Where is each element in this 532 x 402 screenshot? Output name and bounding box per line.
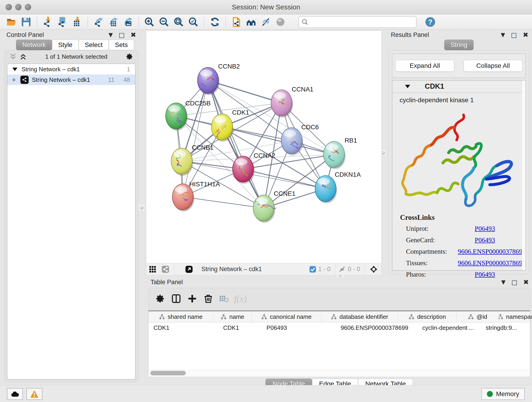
hidden-node-edge-counts: 0 - 0 [348,266,360,273]
network-row-selected[interactable]: String Network – cdk1 11 48 [7,75,135,85]
collection-expander-icon[interactable] [12,68,17,71]
home-pages-button[interactable] [244,16,259,28]
zoom-out-icon [159,17,169,27]
crosslink-label: Uniprot: [400,225,475,232]
crosslink-link[interactable]: 9606.ENSP00000378699 [458,248,526,255]
open-file-button[interactable] [4,16,19,28]
column-header[interactable]: canonical name [252,311,321,322]
split-columns-button[interactable] [168,291,184,307]
column-header[interactable]: @id [457,311,499,322]
search-input[interactable] [308,17,416,27]
zoom-selected-icon [188,17,199,27]
collapse-all-networks-icon[interactable] [8,51,18,63]
crosslink-link[interactable]: P06493 [475,236,495,244]
gear-button[interactable] [152,291,168,307]
svg-text:CCNE1: CCNE1 [274,190,296,197]
zoom-fit-button[interactable] [171,16,186,28]
warning-status-button[interactable] [26,388,42,400]
results-close-icon[interactable]: ✖ [523,32,528,38]
help-button[interactable]: ? [423,16,438,28]
float-panel-icon[interactable]: □ [119,32,125,38]
open-view-in-window-icon[interactable] [183,263,196,275]
node-CCNA1: CCNA1 [271,86,313,118]
string-network-graph[interactable]: CCNB2CCNA1CDC25BCDK1CDC6RB1CCNB1CCNA2CDK… [146,31,381,263]
gear-icon [155,294,165,304]
cloud-status-button[interactable] [7,388,23,400]
zoom-selected-button[interactable] [186,16,201,28]
column-header[interactable]: shared name [148,311,213,322]
results-panel-title: Results Panel [387,32,495,38]
node-CDC6: CDC6 [281,123,319,155]
network-canvas[interactable]: CCNB2CCNA1CDC25BCDK1CDC6RB1CCNB1CCNA2CDK… [146,31,382,263]
tab-style[interactable]: Style [52,40,79,50]
crosslink-link[interactable]: P06493 [475,225,495,232]
crosslink-row: Compartments: 9606.ENSP00000378699 [400,248,526,255]
memory-button[interactable]: Memory [481,388,525,400]
table-cell: P06493 [261,322,336,333]
control-panel: Control Panel ▼ □ ✖ NetworkStyleSelectSe… [3,31,139,382]
network-from-file-button[interactable] [229,16,244,28]
collapse-all-button[interactable]: Collapse All [463,60,523,72]
results-menu-icon[interactable]: ▼ [501,32,505,38]
results-float-icon[interactable]: □ [511,32,517,38]
import-network-button[interactable] [40,16,55,28]
table-horizontal-scrollbar[interactable] [148,370,530,377]
tab-select[interactable]: Select [79,40,109,50]
export-image-button[interactable] [120,16,135,28]
node-details-header[interactable]: CDK1 [392,80,526,93]
column-header[interactable]: namespace [499,311,532,322]
node-HIST1H1A: HIST1H1A [172,181,220,211]
node-CDKN1A: CDKN1A [315,171,361,203]
inspect-sphere-button[interactable] [273,16,288,28]
control-panel-tabs: NetworkStyleSelectSets [16,40,134,50]
table-menu-icon[interactable]: ▼ [501,279,505,285]
control-panel-title: Control Panel [3,32,103,38]
expand-all-button[interactable]: Expand All [395,60,454,72]
save-session-button[interactable] [19,16,33,28]
import-database-icon [57,17,68,27]
delete-column-button[interactable] [200,291,216,307]
export-network-button[interactable] [91,16,106,28]
hidden-elements-icon[interactable] [338,263,347,275]
table-float-icon[interactable]: □ [511,279,517,285]
split-columns-icon [171,294,181,304]
close-panel-icon[interactable]: ✖ [131,32,136,38]
refresh-layout-button[interactable] [208,16,222,28]
crosslink-link[interactable]: P06493 [475,271,495,278]
import-table-button[interactable] [70,16,84,28]
zoom-out-button[interactable] [157,16,171,28]
tab-network[interactable]: Network [16,40,52,50]
tab-string[interactable]: String [444,40,473,50]
column-header[interactable]: name [213,311,252,322]
zoom-fit-icon [173,17,184,27]
svg-text:CDC25B: CDC25B [185,100,210,107]
left-splitter-handle[interactable] [138,204,145,211]
expand-all-networks-icon[interactable] [18,51,28,63]
export-table-button[interactable] [106,16,120,28]
table-row[interactable]: CDK1CDK1P064939606.ENSP00000378699cyclin… [148,322,530,333]
hide-panels-button[interactable] [259,16,273,28]
crosslink-link[interactable]: 9606.ENSP00000378699 [458,259,526,267]
zoom-in-button[interactable] [142,16,157,28]
export-table-icon [108,17,119,27]
selected-checkbox-icon[interactable] [308,263,317,275]
network-overview-icon[interactable] [159,263,172,275]
org-chart-icon [468,314,474,320]
panel-menu-icon[interactable]: ▼ [109,32,113,38]
toolbar-separator [37,17,37,27]
column-header[interactable]: database identifier [321,311,398,322]
svg-text:?: ? [428,18,433,26]
add-column-button[interactable] [184,291,200,307]
column-header[interactable]: description [398,311,457,322]
tab-sets[interactable]: Sets [109,40,134,50]
details-expander-icon[interactable] [405,85,410,88]
pan-navigate-icon[interactable] [367,263,380,275]
table-close-icon[interactable]: ✖ [523,279,529,286]
scrollbar-thumb[interactable] [150,371,186,375]
import-database-button[interactable] [55,16,70,28]
network-collection-row[interactable]: String Network – cdk1 1 [7,64,135,75]
network-icon [20,76,29,84]
network-options-gear-icon[interactable] [124,51,134,63]
birds-eye-view-icon[interactable] [146,263,159,275]
results-scrollbar[interactable] [522,80,526,270]
